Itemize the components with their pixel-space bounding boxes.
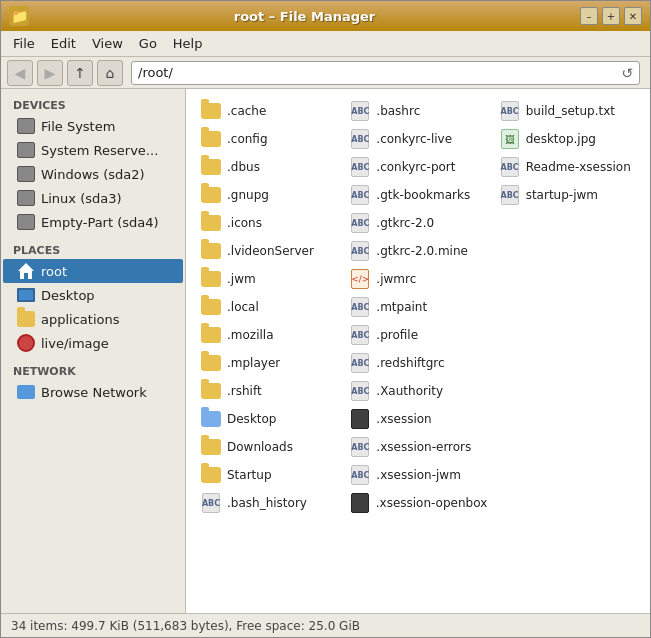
file-name: .mozilla [227,328,274,342]
svg-marker-0 [18,263,34,279]
file-item[interactable]: .jwm [194,265,343,293]
menu-help[interactable]: Help [165,34,211,53]
sidebar-item-sysreserve-label: System Reserve... [41,143,158,158]
menu-edit[interactable]: Edit [43,34,84,53]
file-item[interactable]: .xsession [343,405,492,433]
file-item[interactable]: .gtk-bookmarks [343,181,492,209]
empty-icon [499,240,521,262]
text-icon [499,100,521,122]
address-bar: /root/ ↺ [131,61,640,85]
file-name: .profile [376,328,418,342]
image-icon: 🖼 [499,128,521,150]
file-item[interactable]: .dbus [194,153,343,181]
sidebar: DEVICES File System System Reserve... Wi… [1,89,186,613]
text-icon [200,492,222,514]
file-name: .config [227,132,268,146]
file-item[interactable]: startup-jwm [493,181,642,209]
file-area: .cache .bashrc build_setup.txt . [186,89,650,613]
toolbar: ◀ ▶ ↑ ⌂ /root/ ↺ [1,57,650,89]
code-icon: </> [349,268,371,290]
file-item [493,209,642,237]
file-item[interactable]: .gtkrc-2.0 [343,209,492,237]
text-icon [349,128,371,150]
menu-view[interactable]: View [84,34,131,53]
file-item[interactable]: </> .jwmrc [343,265,492,293]
file-name: .gtkrc-2.0 [376,216,434,230]
file-name: .xsession-jwm [376,468,461,482]
file-item[interactable]: .bashrc [343,97,492,125]
sidebar-item-desktop[interactable]: Desktop [3,283,183,307]
refresh-button[interactable]: ↺ [621,65,633,81]
root-home-icon [17,262,35,280]
folder-special-icon [200,408,222,430]
file-item[interactable]: 🖼 desktop.jpg [493,125,642,153]
text-icon [349,380,371,402]
file-item[interactable]: .cache [194,97,343,125]
file-item[interactable]: .local [194,293,343,321]
sidebar-item-filesystem[interactable]: File System [3,114,183,138]
file-item[interactable]: .rshift [194,377,343,405]
sidebar-item-root[interactable]: root [3,259,183,283]
maximize-button[interactable]: + [602,7,620,25]
forward-button[interactable]: ▶ [37,60,63,86]
menu-go[interactable]: Go [131,34,165,53]
folder-icon [200,212,222,234]
file-item[interactable]: build_setup.txt [493,97,642,125]
file-item[interactable]: .config [194,125,343,153]
file-name: .bashrc [376,104,420,118]
file-name: build_setup.txt [526,104,615,118]
file-item[interactable]: .xsession-errors [343,433,492,461]
file-item[interactable]: .lvideonServer [194,237,343,265]
file-item[interactable]: Desktop [194,405,343,433]
up-button[interactable]: ↑ [67,60,93,86]
file-item[interactable]: .redshiftgrc [343,349,492,377]
file-name: .bash_history [227,496,307,510]
text-icon [349,156,371,178]
file-item[interactable]: .mplayer [194,349,343,377]
sidebar-item-applications[interactable]: applications [3,307,183,331]
dark-icon [349,492,371,514]
file-item[interactable]: .xsession-openbox [343,489,494,517]
sidebar-item-applications-label: applications [41,312,119,327]
file-name: Readme-xsession [526,160,631,174]
address-text: /root/ [138,65,621,80]
sysreserve-icon [17,141,35,159]
file-item[interactable]: .mtpaint [343,293,492,321]
file-name: .jwmrc [376,272,416,286]
file-item[interactable]: Downloads [194,433,343,461]
file-item[interactable]: Startup [194,461,343,489]
file-item[interactable]: .Xauthority [343,377,492,405]
sidebar-item-browse-network[interactable]: Browse Network [3,380,183,404]
menu-file[interactable]: File [5,34,43,53]
browse-network-icon [17,383,35,401]
file-item[interactable]: .gtkrc-2.0.mine [343,237,492,265]
file-item[interactable]: .mozilla [194,321,343,349]
file-item[interactable]: .bash_history [194,489,343,517]
file-name: Desktop [227,412,277,426]
file-item[interactable]: .icons [194,209,343,237]
empty-icon [499,212,521,234]
file-item [493,265,642,293]
sidebar-item-sysreserve[interactable]: System Reserve... [3,138,183,162]
folder-icon [200,436,222,458]
file-item[interactable]: Readme-xsession [493,153,642,181]
sidebar-item-windows[interactable]: Windows (sda2) [3,162,183,186]
file-item[interactable]: .conkyrc-live [343,125,492,153]
file-item [493,377,642,405]
sidebar-item-liveimage[interactable]: live/image [3,331,183,355]
close-button[interactable]: ✕ [624,7,642,25]
back-button[interactable]: ◀ [7,60,33,86]
file-item[interactable]: .conkyrc-port [343,153,492,181]
window-controls: – + ✕ [580,7,642,25]
file-item[interactable]: .xsession-jwm [343,461,492,489]
file-item[interactable]: .gnupg [194,181,343,209]
minimize-button[interactable]: – [580,7,598,25]
sidebar-item-empty-part[interactable]: Empty-Part (sda4) [3,210,183,234]
home-button[interactable]: ⌂ [97,60,123,86]
file-name: .xsession-errors [376,440,471,454]
text-icon [349,324,371,346]
folder-icon [200,240,222,262]
file-item[interactable]: .profile [343,321,492,349]
file-item [493,461,642,489]
sidebar-item-linux[interactable]: Linux (sda3) [3,186,183,210]
